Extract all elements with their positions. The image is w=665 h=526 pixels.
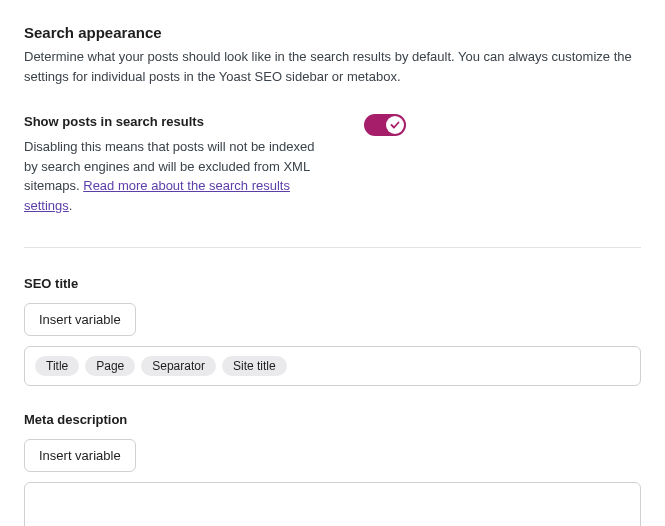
variable-chip[interactable]: Title (35, 356, 79, 376)
show-posts-toggle-row: Show posts in search results Disabling t… (24, 114, 641, 215)
check-icon (390, 120, 400, 130)
seo-title-insert-variable-button[interactable]: Insert variable (24, 303, 136, 336)
section-divider (24, 247, 641, 248)
show-posts-description: Disabling this means that posts will not… (24, 137, 324, 215)
seo-title-label: SEO title (24, 276, 641, 291)
show-posts-label: Show posts in search results (24, 114, 324, 129)
toggle-text-block: Show posts in search results Disabling t… (24, 114, 324, 215)
seo-title-input[interactable]: TitlePageSeparatorSite title (24, 346, 641, 386)
seo-title-block: SEO title Insert variable TitlePageSepar… (24, 276, 641, 386)
variable-chip[interactable]: Separator (141, 356, 216, 376)
variable-chip[interactable]: Site title (222, 356, 287, 376)
section-description: Determine what your posts should look li… (24, 47, 641, 86)
variable-chip[interactable]: Page (85, 356, 135, 376)
section-title: Search appearance (24, 24, 641, 41)
meta-description-input[interactable] (24, 482, 641, 526)
meta-description-label: Meta description (24, 412, 641, 427)
meta-description-block: Meta description Insert variable (24, 412, 641, 526)
show-posts-toggle[interactable] (364, 114, 406, 136)
toggle-knob (386, 116, 404, 134)
meta-description-insert-variable-button[interactable]: Insert variable (24, 439, 136, 472)
toggle-desc-period: . (69, 198, 73, 213)
